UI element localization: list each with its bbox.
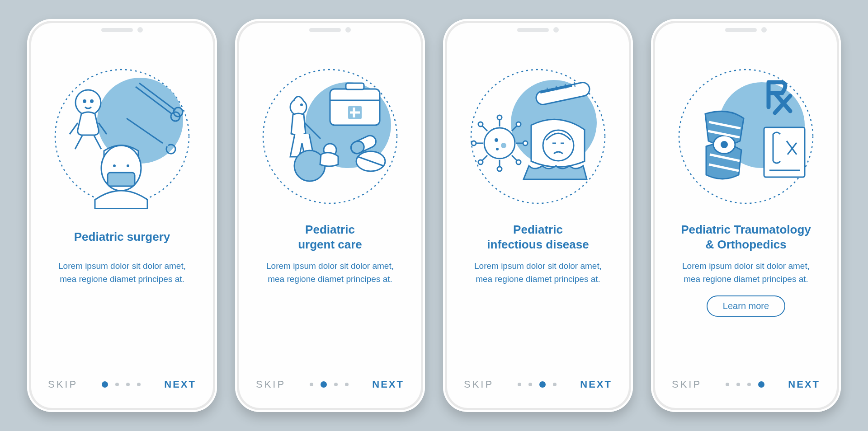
page-dots <box>310 381 349 388</box>
page-dot-1[interactable] <box>102 381 108 388</box>
phone-notch <box>517 27 559 33</box>
next-button[interactable]: NEXT <box>788 379 820 390</box>
speaker-slot <box>725 28 757 32</box>
page-dot-4[interactable] <box>553 383 557 386</box>
onboarding-title: Pediatricinfectious disease <box>487 222 589 252</box>
page-dot-1[interactable] <box>310 383 313 386</box>
speaker-slot <box>517 28 549 32</box>
svg-point-4 <box>91 100 93 103</box>
page-dots <box>726 381 764 388</box>
page-dot-4[interactable] <box>137 383 141 386</box>
onboarding-title: Pediatricurgent care <box>298 222 362 252</box>
page-dot-3[interactable] <box>126 383 130 386</box>
skip-button[interactable]: SKIP <box>256 379 286 390</box>
svg-point-44 <box>516 122 521 126</box>
illustration-orthopedics <box>674 64 818 209</box>
phone-notch <box>101 27 143 33</box>
svg-rect-8 <box>108 173 135 186</box>
page-dot-2[interactable] <box>321 381 327 388</box>
page-dot-4[interactable] <box>345 383 349 386</box>
svg-point-10 <box>127 164 129 167</box>
svg-point-42 <box>478 122 483 126</box>
page-dot-3[interactable] <box>334 383 338 386</box>
page-dot-1[interactable] <box>518 383 521 386</box>
front-camera <box>553 27 559 33</box>
skip-button[interactable]: SKIP <box>672 379 702 390</box>
page-dots <box>102 381 141 388</box>
onboarding-description: Lorem ipsum dolor sit dolor amet, mea re… <box>258 260 402 286</box>
onboarding-title: Pediatric Traumatology& Orthopedics <box>681 222 811 252</box>
onboarding-description: Lorem ipsum dolor sit dolor amet, mea re… <box>50 260 194 286</box>
svg-point-49 <box>495 138 498 142</box>
skip-button[interactable]: SKIP <box>48 379 78 390</box>
illustration-surgery <box>50 64 194 209</box>
front-camera <box>761 27 767 33</box>
svg-point-48 <box>516 160 521 164</box>
page-dot-3[interactable] <box>539 381 546 388</box>
phone-frame-1: Pediatric surgery Lorem ipsum dolor sit … <box>27 19 217 412</box>
svg-point-3 <box>84 100 86 103</box>
front-camera <box>345 27 351 33</box>
svg-point-9 <box>113 164 116 167</box>
page-dot-2[interactable] <box>115 383 119 386</box>
onboarding-description: Lorem ipsum dolor sit dolor amet, mea re… <box>674 260 818 286</box>
nav-row: SKIP NEXT <box>45 379 199 394</box>
nav-row: SKIP NEXT <box>669 379 823 394</box>
onboarding-title: Pediatric surgery <box>74 222 170 252</box>
phone-frame-3: Pediatricinfectious disease Lorem ipsum … <box>443 19 633 412</box>
page-dot-2[interactable] <box>736 383 740 386</box>
nav-row: SKIP NEXT <box>253 379 407 394</box>
page-dot-2[interactable] <box>528 383 532 386</box>
next-button[interactable]: NEXT <box>372 379 404 390</box>
page-dot-4[interactable] <box>758 381 764 388</box>
svg-rect-14 <box>346 83 364 89</box>
learn-more-button[interactable]: Learn more <box>707 295 785 317</box>
next-button[interactable]: NEXT <box>580 379 612 390</box>
page-dot-1[interactable] <box>726 383 729 386</box>
speaker-slot <box>309 28 341 32</box>
illustration-urgent-care <box>258 64 402 209</box>
nav-row: SKIP NEXT <box>461 379 615 394</box>
svg-line-47 <box>512 155 517 161</box>
skip-button[interactable]: SKIP <box>464 379 494 390</box>
svg-point-32 <box>484 128 515 159</box>
page-dot-3[interactable] <box>747 383 751 386</box>
svg-point-36 <box>497 167 502 171</box>
phone-frame-2: Pediatricurgent care Lorem ipsum dolor s… <box>235 19 425 412</box>
onboarding-description: Lorem ipsum dolor sit dolor amet, mea re… <box>466 260 610 286</box>
svg-line-41 <box>482 126 487 131</box>
svg-point-34 <box>497 115 502 120</box>
phones-row: Pediatric surgery Lorem ipsum dolor sit … <box>27 19 841 412</box>
svg-point-50 <box>501 143 506 148</box>
front-camera <box>137 27 143 33</box>
svg-point-38 <box>472 141 476 145</box>
page-dots <box>518 381 557 388</box>
speaker-slot <box>101 28 133 32</box>
phone-notch <box>725 27 767 33</box>
phone-notch <box>309 27 351 33</box>
svg-point-46 <box>478 160 483 164</box>
illustration-infectious <box>466 64 610 209</box>
svg-point-40 <box>523 141 528 145</box>
svg-point-22 <box>300 103 303 106</box>
phone-frame-4: Pediatric Traumatology& Orthopedics Lore… <box>651 19 841 412</box>
svg-point-59 <box>721 141 728 148</box>
next-button[interactable]: NEXT <box>164 379 196 390</box>
svg-line-45 <box>482 155 487 161</box>
svg-point-51 <box>496 148 499 150</box>
